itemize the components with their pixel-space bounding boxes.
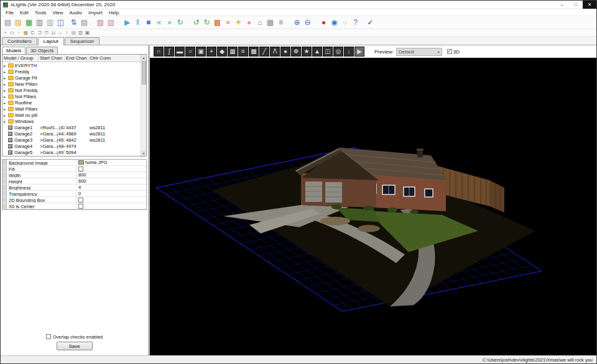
tree-row[interactable]: ▸ Garage Pillars bbox=[2, 75, 146, 81]
align-right-icon[interactable]: ⊐ bbox=[36, 29, 43, 36]
effects-icon[interactable]: ▩ bbox=[212, 17, 223, 28]
zoom-in-icon[interactable]: ⊕ bbox=[292, 17, 302, 28]
property-value[interactable] bbox=[76, 197, 146, 202]
tree-row[interactable]: ▸ Wall no pillars bbox=[2, 112, 146, 118]
circle-model-icon[interactable]: ○ bbox=[185, 47, 195, 57]
property-row[interactable]: Background Image home.JPG bbox=[2, 160, 146, 166]
expander-icon[interactable]: ▸ bbox=[4, 101, 8, 105]
column-header-start-chan[interactable]: Start Chan bbox=[39, 55, 65, 61]
tab-controllers[interactable]: Controllers bbox=[2, 37, 37, 45]
import-export-icon[interactable]: ⇅ bbox=[68, 17, 79, 28]
arches-model-icon[interactable]: ∩ bbox=[154, 47, 164, 57]
model-preview-icon[interactable]: ▦ bbox=[265, 17, 275, 28]
menu-item[interactable]: Help bbox=[106, 10, 122, 16]
zoom-out-icon[interactable]: ⊖ bbox=[302, 17, 313, 28]
close-button[interactable]: ✕ bbox=[583, 1, 596, 9]
play-icon[interactable]: ▶ bbox=[122, 17, 132, 28]
scroll-down-arrow[interactable]: ▼ bbox=[141, 150, 146, 156]
resize-icon[interactable]: ▣ bbox=[84, 29, 91, 36]
dmx-model-icon[interactable]: ◆ bbox=[217, 47, 227, 57]
property-value[interactable] bbox=[76, 166, 146, 171]
import-model-icon[interactable]: ↓ bbox=[344, 47, 354, 57]
property-value[interactable]: 0 bbox=[76, 191, 146, 196]
property-value[interactable] bbox=[76, 203, 146, 209]
spinner-model-icon[interactable]: ☸ bbox=[291, 47, 301, 57]
tree-row[interactable]: Garage5 >Gara...(4975) 5094 bbox=[2, 149, 146, 155]
snap-icon[interactable]: ▦ bbox=[22, 29, 29, 36]
tab-layout[interactable]: Layout bbox=[38, 37, 64, 45]
menu-item[interactable]: File bbox=[2, 10, 17, 16]
tree-row[interactable]: ▸ Not Pillars bbox=[2, 93, 146, 99]
menu-item[interactable]: Import bbox=[85, 10, 106, 16]
sphere-model-icon[interactable]: ● bbox=[280, 47, 290, 57]
property-value[interactable]: 800 bbox=[76, 172, 146, 178]
matrix-model-icon[interactable]: ▩ bbox=[249, 47, 259, 57]
threed-checkbox[interactable] bbox=[447, 49, 452, 54]
star-model-icon[interactable]: ★ bbox=[302, 47, 312, 57]
lights-icon[interactable]: ☀ bbox=[233, 17, 244, 28]
display-elements-icon[interactable]: ≡ bbox=[275, 17, 286, 28]
menu-item[interactable]: Audio bbox=[67, 10, 85, 16]
tree-row[interactable]: ▸ Not Freddy bbox=[2, 87, 146, 93]
cube-model-icon[interactable]: ▣ bbox=[196, 47, 206, 57]
property-row[interactable]: Height 600 bbox=[2, 178, 146, 184]
align-left-icon[interactable]: ⊏ bbox=[29, 29, 36, 36]
image-model-icon[interactable]: ▦ bbox=[228, 47, 238, 57]
window-frame-model-icon[interactable]: ◫ bbox=[323, 47, 333, 57]
scroll-up-arrow[interactable]: ▲ bbox=[141, 55, 146, 60]
paste-by-cell-icon[interactable]: ▨ bbox=[106, 17, 116, 28]
select-icon[interactable]: ▭ bbox=[9, 29, 16, 36]
paste-by-time-icon[interactable]: ▧ bbox=[95, 17, 106, 28]
house-preview-icon[interactable]: ⌂ bbox=[254, 17, 265, 28]
custom-model-icon[interactable]: + bbox=[206, 47, 216, 57]
icicles-model-icon[interactable]: ≡ bbox=[238, 47, 248, 57]
balloon-icon[interactable]: ● bbox=[244, 17, 254, 28]
tab-3d-objects[interactable]: 3D Objects bbox=[26, 47, 58, 54]
expander-icon[interactable]: ▸ bbox=[4, 119, 8, 124]
poly-line-model-icon[interactable]: Λ bbox=[270, 47, 280, 57]
render-all-icon[interactable]: ◫ bbox=[55, 17, 66, 28]
column-header-ctrlr-conn[interactable]: Ctrlr Conn bbox=[88, 55, 141, 61]
light-bulb-icon[interactable]: ○ bbox=[340, 17, 350, 28]
expander-icon[interactable]: ▸ bbox=[4, 107, 8, 111]
redo-icon[interactable]: ↻ bbox=[201, 17, 212, 28]
zoom-region-icon[interactable]: ▫ bbox=[16, 29, 22, 36]
preview-select[interactable]: Default ▾ bbox=[396, 48, 442, 56]
overlap-checks-checkbox[interactable] bbox=[46, 334, 51, 339]
expander-icon[interactable]: ▸ bbox=[4, 63, 8, 68]
record-icon[interactable]: ● bbox=[318, 17, 329, 28]
stop-icon[interactable]: ■ bbox=[143, 17, 154, 28]
property-value[interactable]: home.JPG bbox=[76, 160, 146, 165]
property-row[interactable]: Brightness 4 bbox=[2, 184, 146, 191]
rewind-icon[interactable]: « bbox=[154, 17, 164, 28]
same-width-icon[interactable]: ▤ bbox=[70, 29, 77, 36]
expander-icon[interactable]: ▸ bbox=[4, 113, 8, 117]
menu-item[interactable]: View bbox=[49, 10, 66, 16]
wreath-model-icon[interactable]: ◎ bbox=[333, 47, 343, 57]
distribute-h-icon[interactable]: ↔ bbox=[57, 29, 63, 36]
property-checkbox[interactable] bbox=[78, 166, 83, 171]
layout-3d-viewport[interactable] bbox=[150, 58, 596, 355]
help-icon[interactable]: ? bbox=[350, 17, 361, 28]
check-sequence-icon[interactable]: ✓ bbox=[365, 17, 376, 28]
maximize-button[interactable]: □ bbox=[569, 1, 583, 9]
tree-row[interactable]: ▸ Roofline bbox=[2, 99, 146, 106]
menu-item[interactable]: Tools bbox=[32, 10, 50, 16]
expander-icon[interactable]: ▸ bbox=[4, 88, 8, 93]
channel-block-model-icon[interactable]: ▬ bbox=[175, 47, 185, 57]
expander-icon[interactable]: ▸ bbox=[4, 70, 8, 74]
menu-item[interactable]: Edit bbox=[17, 10, 32, 16]
candy-cane-model-icon[interactable]: ʃ bbox=[164, 47, 174, 57]
tree-row[interactable]: Garage4 >Gara...(4843) 4974 bbox=[2, 143, 146, 149]
property-row[interactable]: X0 Is Center bbox=[2, 203, 146, 209]
column-header-model-group[interactable]: Model / Group bbox=[2, 55, 39, 61]
scrollbar-thumb[interactable] bbox=[142, 61, 146, 84]
tree-model-icon[interactable]: ▲ bbox=[312, 47, 322, 57]
tree-row[interactable]: ▸ Windows bbox=[2, 118, 146, 124]
property-checkbox[interactable] bbox=[78, 198, 83, 202]
property-row[interactable]: Transparency 0 bbox=[2, 191, 146, 197]
tree-scrollbar[interactable]: ▲ ▼ bbox=[141, 55, 146, 156]
column-header-end-chan[interactable]: End Chan bbox=[65, 55, 88, 61]
property-row[interactable]: 2D Bounding Box bbox=[2, 197, 146, 203]
batch-render-icon[interactable]: ▦ bbox=[24, 17, 34, 28]
